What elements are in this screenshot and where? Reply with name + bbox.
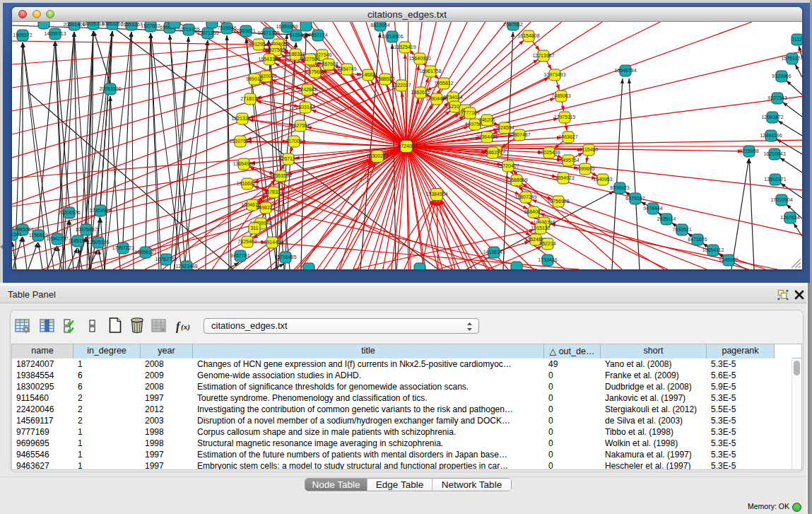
svg-text:13692971: 13692971	[764, 177, 786, 182]
svg-text:7955812: 7955812	[434, 81, 453, 86]
svg-text:15751074: 15751074	[781, 56, 802, 61]
svg-text:9227343: 9227343	[767, 95, 787, 100]
svg-text:10025438: 10025438	[538, 150, 560, 155]
svg-text:1015132: 1015132	[531, 226, 550, 230]
svg-text:17359924: 17359924	[89, 208, 111, 213]
svg-text:746206: 746206	[478, 117, 495, 122]
svg-text:2087662: 2087662	[503, 22, 522, 27]
svg-text:14055713: 14055713	[44, 31, 66, 36]
svg-text:13325419: 13325419	[394, 45, 416, 49]
svg-text:16553267: 16553267	[120, 22, 142, 27]
svg-text:19218506: 19218506	[381, 34, 403, 39]
svg-text:12353594: 12353594	[269, 173, 291, 178]
svg-text:19384554: 19384554	[425, 192, 447, 197]
svg-text:9115460: 9115460	[579, 147, 599, 152]
svg-text:19166825: 19166825	[236, 181, 258, 186]
svg-text:9684067: 9684067	[524, 209, 543, 214]
svg-text:10671355: 10671355	[196, 30, 218, 35]
svg-text:20364436: 20364436	[476, 134, 498, 139]
svg-text:2718170: 2718170	[240, 96, 259, 101]
svg-text:16914469: 16914469	[261, 240, 283, 245]
svg-text:1905572: 1905572	[13, 33, 32, 37]
svg-text:18807249: 18807249	[514, 194, 536, 199]
svg-text:f: f	[176, 320, 181, 333]
svg-text:10756928: 10756928	[547, 199, 569, 204]
svg-text:10688609: 10688609	[505, 177, 527, 182]
svg-text:1267534: 1267534	[780, 215, 799, 220]
svg-text:12213383: 12213383	[231, 116, 253, 121]
svg-text:9329966: 9329966	[772, 74, 791, 78]
svg-text:17957223: 17957223	[112, 245, 134, 250]
svg-text:8322037: 8322037	[392, 83, 411, 88]
svg-text:817006: 817006	[286, 139, 302, 144]
svg-text:1145197: 1145197	[69, 238, 88, 243]
svg-text:(x): (x)	[181, 322, 190, 332]
svg-text:16782759: 16782759	[155, 257, 177, 262]
svg-text:2386372: 2386372	[483, 150, 502, 155]
svg-text:10958127: 10958127	[134, 250, 156, 255]
svg-text:311: 311	[250, 226, 258, 230]
svg-text:6734024: 6734024	[443, 95, 462, 100]
svg-text:16154808: 16154808	[517, 33, 539, 38]
svg-text:852214: 852214	[539, 241, 555, 246]
svg-text:9242848: 9242848	[298, 87, 317, 92]
svg-text:1156819: 1156819	[29, 233, 48, 238]
svg-text:8454749: 8454749	[337, 66, 356, 71]
svg-text:7625402: 7625402	[237, 239, 257, 244]
svg-text:12213967: 12213967	[532, 53, 554, 58]
svg-text:15640910: 15640910	[408, 56, 430, 61]
svg-text:7663821: 7663821	[236, 28, 255, 33]
svg-text:16648784: 16648784	[614, 68, 636, 73]
svg-text:16107553: 16107553	[229, 139, 251, 144]
svg-text:12942737: 12942737	[46, 236, 68, 241]
svg-text:5578334: 5578334	[264, 189, 283, 194]
svg-text:2803144: 2803144	[295, 105, 314, 110]
svg-text:7632621: 7632621	[672, 227, 691, 232]
svg-text:13654988: 13654988	[233, 161, 254, 166]
svg-text:3624554: 3624554	[495, 125, 514, 130]
svg-text:12093872: 12093872	[761, 115, 783, 119]
svg-text:6099695: 6099695	[575, 166, 594, 171]
svg-text:14136141: 14136141	[483, 250, 505, 255]
svg-text:10807487: 10807487	[508, 132, 530, 137]
svg-text:8427552: 8427552	[290, 123, 310, 128]
svg-text:15495764: 15495764	[557, 158, 579, 163]
svg-text:1391541: 1391541	[12, 232, 22, 237]
svg-text:1640953: 1640953	[593, 177, 612, 182]
svg-text:16210643: 16210643	[763, 151, 785, 156]
svg-text:989013: 989013	[246, 76, 262, 81]
svg-text:8938923: 8938923	[610, 185, 629, 190]
svg-text:10975857: 10975857	[75, 227, 97, 232]
svg-text:8813054: 8813054	[370, 23, 389, 28]
svg-text:8471676: 8471676	[688, 237, 707, 242]
svg-text:12505195: 12505195	[87, 240, 109, 245]
svg-text:7515546: 7515546	[286, 33, 305, 37]
svg-text:15300273: 15300273	[366, 153, 388, 158]
svg-text:20206576: 20206576	[58, 210, 80, 215]
svg-text:9327508: 9327508	[300, 57, 319, 62]
svg-text:7485063: 7485063	[551, 93, 570, 98]
svg-text:15716485: 15716485	[274, 255, 296, 259]
svg-text:9777169: 9777169	[460, 110, 479, 115]
svg-text:10654112: 10654112	[702, 247, 724, 252]
svg-text:10973493: 10973493	[543, 72, 565, 77]
svg-text:7515546: 7515546	[217, 25, 236, 30]
svg-text:18724007: 18724007	[395, 144, 417, 148]
svg-text:12923448: 12923448	[175, 264, 197, 269]
svg-text:8267130: 8267130	[278, 156, 298, 161]
svg-text:9463627: 9463627	[558, 134, 577, 139]
svg-text:9474444: 9474444	[643, 206, 662, 211]
svg-text:8912954: 8912954	[249, 42, 268, 47]
svg-text:20053396: 20053396	[99, 86, 121, 91]
svg-text:1112: 1112	[792, 37, 802, 42]
svg-text:16961758: 16961758	[419, 69, 441, 74]
svg-text:10671355: 10671355	[257, 30, 279, 35]
svg-text:6479197: 6479197	[625, 196, 645, 201]
svg-text:9327502: 9327502	[266, 47, 285, 52]
svg-text:7857274: 7857274	[308, 33, 327, 37]
svg-text:1733426: 1733426	[538, 257, 557, 262]
svg-text:8186328: 8186328	[286, 52, 305, 57]
svg-text:9875685: 9875685	[305, 69, 324, 74]
svg-text:12444196: 12444196	[760, 133, 782, 138]
svg-text:2935114: 2935114	[657, 216, 676, 221]
